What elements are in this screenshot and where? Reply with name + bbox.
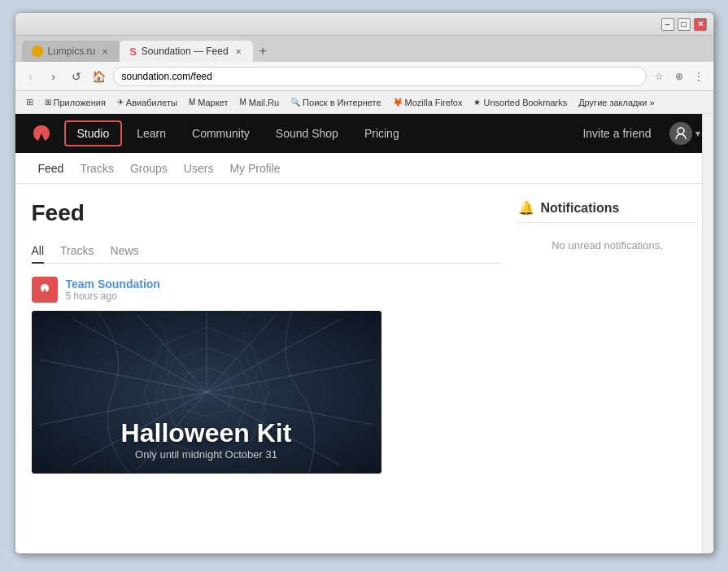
tab-lumpics-label: Lumpics.ru — [48, 46, 96, 57]
window-controls: – □ ✕ — [661, 18, 707, 31]
browser-window: – □ ✕ Lumpics.ru ✕ S Soundation — Feed ✕… — [15, 12, 714, 554]
tab-lumpics[interactable]: Lumpics.ru ✕ — [22, 41, 120, 62]
tab-bar: Lumpics.ru ✕ S Soundation — Feed ✕ + — [15, 36, 713, 62]
title-bar: – □ ✕ — [15, 13, 713, 36]
bookmark-avia[interactable]: ✈ Авиабилеты — [112, 96, 182, 109]
bookmark-mailru[interactable]: M Mail.Ru — [234, 96, 284, 109]
subnav-feed[interactable]: Feed — [32, 157, 71, 180]
extension-icon[interactable]: ⊕ — [671, 68, 687, 85]
nav-right-area: Invite a friend ▾ — [571, 122, 700, 145]
feed-tab-news[interactable]: News — [111, 239, 139, 264]
address-bar: ‹ › ↺ 🏠 ☆ ⊕ ⋮ — [15, 62, 713, 91]
tab-soundation-close[interactable]: ✕ — [233, 46, 243, 57]
subnav-tracks[interactable]: Tracks — [73, 157, 120, 180]
feed-tab-tracks[interactable]: Tracks — [60, 239, 94, 264]
scrollbar-track[interactable] — [702, 114, 713, 553]
svg-line-0 — [72, 319, 207, 392]
star-icon[interactable]: ☆ — [652, 68, 668, 85]
feed-item-header: Team Soundation 5 hours ago — [32, 277, 502, 303]
subnav-groups[interactable]: Groups — [124, 157, 174, 180]
bookmarks-bar: ⊞ ⊞ Приложения ✈ Авиабилеты М Маркет M M… — [15, 91, 713, 114]
reload-button[interactable]: ↺ — [68, 68, 85, 85]
nav-learn[interactable]: Learn — [125, 122, 177, 145]
tab-lumpics-close[interactable]: ✕ — [100, 46, 110, 57]
forward-button[interactable]: › — [45, 68, 63, 85]
soundation-favicon: S — [129, 46, 137, 58]
chevron-down-icon: ▾ — [695, 128, 700, 139]
svg-line-4 — [207, 319, 341, 392]
halloween-image[interactable]: Halloween Kit Only until midnight Octobe… — [32, 311, 381, 474]
minimize-button[interactable]: – — [661, 18, 674, 31]
nav-studio[interactable]: Studio — [64, 120, 123, 146]
feed-tab-all[interactable]: All — [32, 239, 45, 264]
notifications-header: 🔔 Notifications — [518, 200, 697, 223]
bookmark-firefox[interactable]: 🦊 Mozilla Firefox — [388, 96, 468, 109]
bookmark-market[interactable]: М Маркет — [184, 96, 233, 109]
site-logo[interactable] — [28, 120, 54, 146]
subnav-my-profile[interactable]: My Profile — [223, 157, 286, 180]
subnav-users[interactable]: Users — [177, 157, 220, 180]
notifications-section: 🔔 Notifications No unread notifications. — [518, 200, 697, 553]
bookmark-unsorted[interactable]: ★ Unsorted Bookmarks — [469, 96, 572, 109]
invite-friend-button[interactable]: Invite a friend — [571, 122, 662, 145]
bookmark-search[interactable]: 🔍 Поиск в Интернете — [286, 96, 386, 109]
feed-title: Feed — [32, 200, 502, 226]
close-button[interactable]: ✕ — [694, 18, 707, 31]
bell-icon: 🔔 — [518, 200, 534, 216]
sub-navigation: Feed Tracks Groups Users My Profile — [15, 153, 713, 184]
nav-sound-shop[interactable]: Sound Shop — [264, 122, 350, 145]
notifications-empty-message: No unread notifications. — [518, 239, 697, 251]
page-content: Studio Learn Community Sound Shop Pricin… — [15, 114, 713, 553]
site-navigation: Studio Learn Community Sound Shop Pricin… — [15, 114, 713, 153]
apps-icon[interactable]: ⊞ — [22, 94, 38, 111]
feed-item: Team Soundation 5 hours ago — [32, 277, 502, 474]
feed-user-name[interactable]: Team Soundation — [66, 277, 160, 290]
maximize-button[interactable]: □ — [678, 18, 691, 31]
bookmark-other[interactable]: Другие закладки » — [573, 96, 659, 109]
feed-time: 5 hours ago — [66, 290, 160, 302]
user-menu-button[interactable]: ▾ — [669, 122, 700, 145]
home-button[interactable]: 🏠 — [90, 68, 108, 85]
notifications-title: Notifications — [541, 201, 620, 216]
feed-avatar — [32, 277, 58, 303]
nav-pricing[interactable]: Pricing — [353, 122, 411, 145]
address-icons: ☆ ⊕ ⋮ — [652, 68, 707, 85]
main-content: Feed All Tracks News — [15, 184, 713, 553]
nav-community[interactable]: Community — [181, 122, 261, 145]
menu-icon[interactable]: ⋮ — [691, 68, 707, 85]
lumpics-favicon — [32, 46, 43, 57]
back-button[interactable]: ‹ — [22, 68, 40, 85]
new-tab-button[interactable]: + — [253, 41, 273, 62]
halloween-subtitle: Only until midnight October 31 — [45, 448, 368, 461]
user-avatar — [669, 122, 692, 145]
address-input[interactable] — [113, 67, 647, 86]
feed-tabs: All Tracks News — [32, 239, 502, 264]
halloween-title: Halloween Kit — [45, 418, 368, 448]
bookmark-prilozeniya[interactable]: ⊞ Приложения — [40, 96, 111, 109]
halloween-text-area: Halloween Kit Only until midnight Octobe… — [45, 418, 368, 461]
tab-soundation-label: Soundation — Feed — [142, 46, 229, 57]
tab-soundation[interactable]: S Soundation — Feed ✕ — [120, 41, 252, 62]
feed-section: Feed All Tracks News — [32, 200, 502, 553]
